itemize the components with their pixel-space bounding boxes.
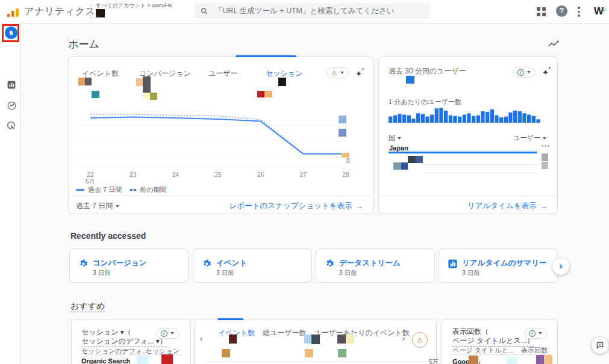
data-quality-ok-dropdown[interactable]: ✓ bbox=[524, 328, 547, 339]
svg-text:24: 24 bbox=[172, 171, 180, 178]
redacted-value-block bbox=[143, 93, 150, 99]
trend-line-chart: 222324252627285月 bbox=[75, 109, 352, 188]
sidebar-item-advertising[interactable] bbox=[7, 121, 16, 133]
legend-label: 前の期間 bbox=[140, 185, 166, 194]
sidebar bbox=[0, 23, 20, 364]
card-title-line2-text: セッションのデフォ... ▾） bbox=[81, 337, 167, 347]
redacted-value-block bbox=[304, 335, 311, 344]
apps-grid-icon[interactable] bbox=[537, 7, 546, 16]
redacted-axis-label bbox=[339, 129, 346, 137]
redacted-value-block bbox=[401, 162, 408, 170]
country-row-bar bbox=[425, 164, 537, 165]
redacted-value-block bbox=[469, 356, 478, 364]
feedback-button[interactable] bbox=[591, 336, 609, 354]
redacted-property-name bbox=[96, 9, 105, 17]
recent-card-conversions[interactable]: コンバージョン 3 日前 bbox=[69, 248, 189, 283]
data-quality-warning-dropdown[interactable]: ⚠ bbox=[326, 67, 349, 78]
legend-label: 過去 7 日間 bbox=[88, 185, 122, 194]
warning-icon: ⚠ bbox=[331, 70, 337, 76]
redacted-value-block bbox=[78, 78, 85, 85]
realtime-link[interactable]: リアルタイムを表示 → bbox=[467, 201, 548, 211]
suggested-sessions-card[interactable]: セッション ▾（ セッションのデフォ... ▾） ✓ セッションのデフォ... … bbox=[71, 319, 191, 364]
suggested-title-text: おすすめ bbox=[70, 301, 105, 312]
tab-events-per-user[interactable]: ユーザーあたりのイベント数 bbox=[314, 328, 410, 338]
ellipsis-icon bbox=[542, 145, 549, 147]
table-header-divider bbox=[449, 354, 551, 355]
realtime-bar-chart bbox=[389, 106, 541, 123]
dimension-dropdown[interactable]: 国 bbox=[389, 134, 401, 143]
help-icon[interactable]: ? bbox=[556, 5, 567, 17]
warning-icon: ⚠ bbox=[417, 337, 423, 344]
redacted-value-block bbox=[536, 355, 544, 364]
legend-dotted-line-marker bbox=[130, 189, 136, 191]
y-axis-tick-label: 5万 bbox=[429, 358, 439, 364]
tab-users[interactable]: ユーザー bbox=[208, 69, 238, 79]
redacted-axis-label bbox=[342, 153, 349, 158]
redacted-value-block bbox=[393, 162, 401, 170]
redacted-value-block bbox=[305, 349, 313, 357]
recent-card-realtime-summary[interactable]: リアルタイムのサマリー 3 日前 bbox=[439, 248, 558, 283]
report-snapshot-link[interactable]: レポートのスナップショットを表示 → bbox=[230, 201, 363, 211]
data-quality-ok-dropdown[interactable]: ✓ bbox=[513, 67, 536, 78]
redacted-metric-value bbox=[257, 91, 272, 97]
redacted-country-name bbox=[408, 156, 423, 163]
chevron-left-icon[interactable]: ‹ bbox=[200, 334, 202, 343]
svg-text:5月: 5月 bbox=[86, 178, 95, 185]
card-divider bbox=[69, 196, 373, 196]
redacted-value-block bbox=[542, 162, 548, 169]
data-quality-warning-badge[interactable]: ⚠ bbox=[412, 332, 428, 348]
caret-down-icon bbox=[527, 71, 531, 73]
sparkle-insights-icon[interactable]: ✦✦ bbox=[355, 70, 362, 78]
redacted-country-name bbox=[393, 162, 408, 170]
account-switcher[interactable]: すべてのアカウント > wacul-ai bbox=[96, 2, 172, 10]
avatar[interactable]: W ✓ bbox=[592, 5, 605, 18]
redacted-metric-value bbox=[304, 335, 320, 344]
recent-card-meta: 3 日前 bbox=[339, 269, 357, 277]
sidebar-item-explore[interactable] bbox=[7, 101, 16, 113]
redacted-metric-value bbox=[136, 76, 151, 93]
active-tab-indicator bbox=[236, 55, 296, 57]
chevron-right-icon[interactable]: › bbox=[402, 334, 405, 343]
recent-card-events[interactable]: イベント 3 日前 bbox=[193, 248, 312, 283]
suggested-events-card: イベント数 総ユーザー数 ユーザーあたりのイベント数 ‹ › ⚠ 5万 bbox=[194, 319, 437, 364]
check-circle-icon: ✓ bbox=[161, 330, 167, 337]
sidebar-item-reports[interactable] bbox=[7, 81, 16, 91]
recent-card-label: リアルタイムのサマリー bbox=[462, 258, 546, 268]
redacted-value-block bbox=[544, 355, 552, 364]
redacted-value-block bbox=[257, 91, 264, 97]
link-label: レポートのスナップショットを表示 bbox=[230, 201, 352, 211]
redacted-value-block bbox=[137, 356, 149, 364]
search-input[interactable] bbox=[214, 6, 425, 16]
recent-card-meta: 3 日前 bbox=[216, 269, 234, 277]
check-circle-icon: ✓ bbox=[529, 330, 536, 337]
redacted-value-block bbox=[229, 335, 237, 344]
card-divider bbox=[379, 196, 557, 196]
analytics-logo-icon[interactable] bbox=[7, 8, 19, 17]
redacted-value-block bbox=[278, 78, 286, 86]
recent-card-label: コンバージョン bbox=[93, 258, 146, 268]
insights-button[interactable] bbox=[548, 39, 560, 52]
search-bar[interactable] bbox=[195, 3, 431, 19]
metric-dropdown[interactable]: ユーザー bbox=[513, 134, 546, 143]
link-label: リアルタイムを表示 bbox=[467, 201, 537, 211]
tab-total-users[interactable]: 総ユーザー数 bbox=[263, 328, 307, 338]
y-axis-zero-label: 0 bbox=[346, 158, 350, 164]
recent-card-meta: 3 日前 bbox=[462, 269, 480, 277]
data-quality-ok-dropdown[interactable]: ✓ bbox=[156, 328, 179, 339]
caret-down-icon bbox=[398, 137, 401, 140]
date-range-label: 過去 7 日間 bbox=[76, 201, 113, 211]
avatar-check-icon: ✓ bbox=[602, 4, 607, 17]
date-range-selector[interactable]: 過去 7 日間 bbox=[76, 201, 119, 211]
redacted-value-block bbox=[507, 357, 517, 364]
redacted-value-block bbox=[264, 91, 272, 97]
card-title-line2-text: ページ タイトルとス...） bbox=[452, 336, 534, 347]
country-row-bar bbox=[425, 173, 537, 173]
redacted-value-block bbox=[337, 335, 346, 344]
dimension-label: 国 bbox=[389, 134, 395, 143]
redacted-metric-value bbox=[338, 349, 346, 357]
sparkle-insights-icon[interactable]: ✦✦ bbox=[542, 69, 549, 76]
suggested-views-card[interactable]: 表示回数（ ページ タイトルとス...） ✓ ページ タイトルと... 表示回数… bbox=[442, 319, 558, 364]
carousel-next-button[interactable]: › bbox=[552, 258, 569, 275]
recent-card-data-streams[interactable]: データストリーム 3 日前 bbox=[316, 248, 435, 283]
kebab-menu-icon[interactable] bbox=[578, 7, 580, 19]
